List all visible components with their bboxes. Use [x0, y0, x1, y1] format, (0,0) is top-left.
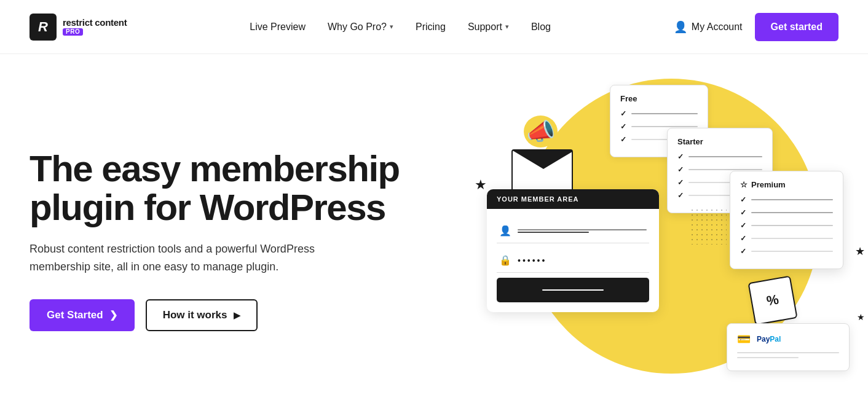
nav-live-preview[interactable]: Live Preview — [250, 22, 306, 33]
nav-pricing[interactable]: Pricing — [416, 22, 446, 33]
check-icon-3: ✓ — [620, 135, 626, 144]
star-premium-icon: ☆ — [740, 180, 748, 189]
payment-row: 💳 PayPal — [737, 332, 839, 346]
nav-why-go-pro[interactable]: Why Go Pro? ▾ — [328, 22, 393, 33]
nav-support[interactable]: Support ▾ — [468, 22, 509, 33]
pricing-premium-card: ☆ Premium ✓ ✓ ✓ ✓ ✓ — [730, 171, 843, 269]
check-icon-11: ✓ — [740, 234, 746, 243]
pricing-line-1 — [631, 113, 698, 114]
check-icon-12: ✓ — [740, 247, 746, 256]
user-icon: 👤 — [674, 20, 687, 34]
pricing-line-10 — [751, 225, 833, 226]
pricing-line-2 — [631, 126, 698, 127]
logo-icon-text: R — [38, 19, 48, 35]
check-icon-5: ✓ — [677, 165, 684, 174]
star-3: ★ — [857, 312, 865, 322]
logo-text: restrict content PRO — [63, 18, 127, 36]
my-account-label: My Account — [692, 22, 743, 33]
discount-icon: % — [765, 291, 780, 309]
check-icon-7: ✓ — [677, 191, 684, 200]
star-2: ★ — [855, 245, 865, 258]
pricing-line-9 — [751, 212, 833, 213]
hero-get-started-button[interactable]: Get Started ❯ — [30, 299, 135, 331]
submit-bar — [497, 278, 649, 302]
logo-link[interactable]: R restrict content PRO — [30, 14, 127, 41]
pricing-line-12 — [751, 251, 833, 252]
check-icon-2: ✓ — [620, 122, 626, 131]
my-account-link[interactable]: 👤 My Account — [674, 20, 743, 34]
get-started-nav-button[interactable]: Get started — [755, 13, 838, 41]
username-icon: 👤 — [499, 225, 511, 237]
pricing-premium-row-5: ✓ — [740, 247, 833, 256]
username-input-row: 👤 — [497, 219, 649, 243]
check-icon-10: ✓ — [740, 221, 746, 230]
discount-tag: % — [748, 275, 797, 325]
nav-right: 👤 My Account Get started — [674, 13, 838, 41]
why-go-pro-chevron: ▾ — [390, 23, 393, 31]
support-chevron: ▾ — [505, 23, 509, 31]
member-area-card: YOUR MEMBER AREA 👤 🔒 •••••• — [487, 189, 659, 312]
payment-methods-card: 💳 PayPal — [727, 323, 850, 371]
nav-blog[interactable]: Blog — [531, 22, 551, 33]
hero-buttons: Get Started ❯ How it works ▶ — [30, 299, 423, 331]
pricing-free-row-1: ✓ — [620, 109, 698, 118]
pricing-line-5 — [688, 169, 762, 170]
hero-left: The easy membership plugin for WordPress… — [30, 149, 423, 331]
logo-pro-badge: PRO — [63, 28, 83, 36]
hero-section: The easy membership plugin for WordPress… — [0, 54, 868, 408]
pricing-line-4 — [688, 156, 762, 157]
pricing-free-label: Free — [620, 94, 637, 103]
hero-illustration: ★ ★ ★ 📣 — [438, 54, 868, 408]
main-nav: R restrict content PRO Live Preview Why … — [0, 0, 868, 54]
password-dots: •••••• — [518, 256, 546, 265]
hero-get-started-label: Get Started — [47, 309, 103, 321]
submit-line — [542, 289, 604, 291]
hero-how-it-works-button[interactable]: How it works ▶ — [146, 299, 258, 331]
pricing-premium-row-4: ✓ — [740, 234, 833, 243]
dots-decoration — [690, 208, 727, 245]
pricing-starter-row-1: ✓ — [677, 152, 762, 161]
pricing-line-8 — [751, 199, 833, 200]
megaphone-icon: 📣 — [524, 116, 558, 147]
pricing-starter-label: Starter — [677, 137, 703, 146]
check-icon-4: ✓ — [677, 152, 684, 161]
logo-icon: R — [30, 14, 57, 41]
check-icon-6: ✓ — [677, 178, 684, 187]
member-area-header: YOUR MEMBER AREA — [487, 189, 659, 209]
paypal-label: PayPal — [757, 335, 781, 343]
check-icon-1: ✓ — [620, 109, 626, 118]
password-input-row: 🔒 •••••• — [497, 248, 649, 273]
password-icon: 🔒 — [499, 254, 511, 266]
hero-how-it-works-label: How it works — [163, 309, 227, 321]
pricing-line-11 — [751, 238, 833, 239]
hero-title: The easy membership plugin for WordPress — [30, 149, 423, 227]
check-icon-9: ✓ — [740, 208, 746, 217]
pricing-premium-label: Premium — [751, 180, 786, 189]
pricing-premium-row-1: ✓ — [740, 195, 833, 204]
logo-brand-name: restrict content — [63, 18, 127, 27]
member-card-body: 👤 🔒 •••••• — [487, 209, 659, 312]
payment-line-2 — [737, 357, 799, 358]
payment-line-1 — [737, 352, 839, 353]
pricing-premium-row-3: ✓ — [740, 221, 833, 230]
nav-links: Live Preview Why Go Pro? ▾ Pricing Suppo… — [250, 22, 551, 33]
credit-card-icon: 💳 — [737, 332, 751, 346]
star-1: ★ — [475, 177, 487, 193]
hero-subtitle: Robust content restriction tools and a p… — [30, 240, 349, 276]
hero-how-it-works-arrow: ▶ — [234, 310, 240, 320]
hero-get-started-arrow: ❯ — [109, 309, 117, 321]
pricing-premium-row-2: ✓ — [740, 208, 833, 217]
check-icon-8: ✓ — [740, 195, 746, 204]
